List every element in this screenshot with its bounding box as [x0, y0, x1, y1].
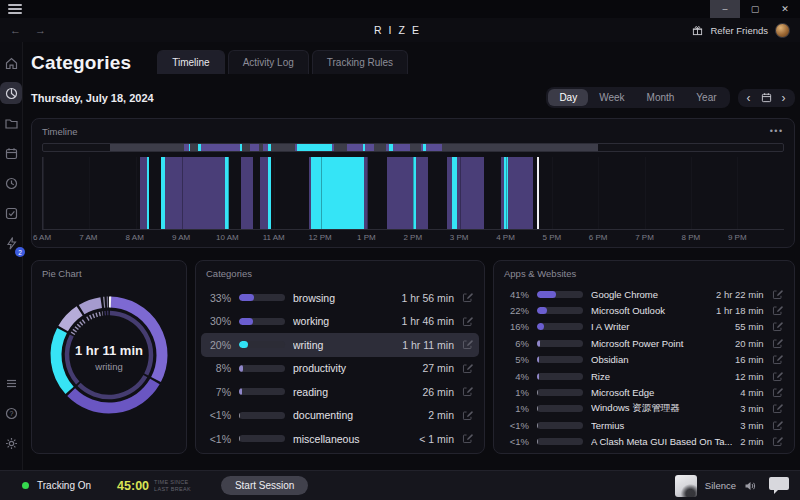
table-row-miscellaneous[interactable]: <1%miscellaneous< 1 min — [201, 427, 479, 451]
sidebar-item-home[interactable] — [0, 52, 22, 74]
table-row-microsoft-edge[interactable]: 1%Microsoft Edge4 min — [499, 384, 789, 400]
timeline-segment[interactable] — [147, 157, 149, 229]
edit-icon[interactable] — [462, 292, 473, 303]
range-option-month[interactable]: Month — [636, 89, 686, 106]
table-row-i-a-writer[interactable]: 16%I A Writer55 min — [499, 319, 789, 335]
row-duration: 1 hr 46 min — [401, 315, 454, 327]
timeline-segment[interactable] — [268, 157, 272, 229]
sidebar-item-reports[interactable] — [0, 372, 22, 394]
gridline — [274, 157, 275, 229]
tab-activity-log[interactable]: Activity Log — [228, 50, 309, 74]
chat-bubble-icon[interactable] — [768, 476, 790, 495]
table-row-windows[interactable]: 1%Windows 资源管理器3 min — [499, 401, 789, 417]
edit-icon[interactable] — [772, 289, 783, 300]
edit-icon[interactable] — [772, 338, 783, 349]
edit-icon[interactable] — [772, 321, 783, 332]
table-row-obsidian[interactable]: 5%Obsidian16 min — [499, 352, 789, 368]
edit-icon[interactable] — [462, 433, 473, 444]
avatar[interactable] — [775, 23, 790, 38]
maximize-button[interactable]: ▢ — [740, 0, 770, 18]
speaker-icon[interactable] — [744, 480, 756, 492]
table-row-writing[interactable]: 20%writing1 hr 11 min — [201, 333, 479, 357]
timeline-segment[interactable] — [140, 157, 147, 229]
sidebar-item-settings[interactable] — [0, 432, 22, 454]
edit-icon[interactable] — [462, 339, 473, 350]
edit-icon[interactable] — [772, 371, 783, 382]
gift-icon — [692, 25, 703, 36]
tab-timeline[interactable]: Timeline — [157, 50, 224, 74]
range-option-week[interactable]: Week — [588, 89, 635, 106]
start-session-button[interactable]: Start Session — [221, 476, 308, 495]
table-row-working[interactable]: 30%working1 hr 46 min — [201, 310, 479, 334]
table-row-productivity[interactable]: 8%productivity27 min — [201, 357, 479, 381]
back-button[interactable]: ← — [10, 24, 21, 36]
range-option-day[interactable]: Day — [548, 89, 588, 106]
refer-friends-link[interactable]: Refer Friends — [710, 25, 768, 36]
row-label: writing — [293, 339, 394, 351]
calendar-icon[interactable] — [761, 92, 772, 103]
edit-icon[interactable] — [462, 316, 473, 327]
timeline-segment[interactable] — [457, 157, 483, 229]
axis-tick: 2 PM — [403, 233, 422, 242]
forward-button[interactable]: → — [35, 24, 46, 36]
edit-icon[interactable] — [772, 305, 783, 316]
row-duration: 2 min — [740, 436, 763, 447]
tab-tracking-rules[interactable]: Tracking Rules — [312, 50, 408, 74]
edit-icon[interactable] — [462, 363, 473, 374]
timeline-segment[interactable] — [260, 157, 268, 229]
sidebar-item-projects[interactable] — [0, 112, 22, 134]
sidebar-item-help[interactable]: ? — [0, 402, 22, 424]
row-percent: 30% — [207, 315, 231, 327]
edit-icon[interactable] — [462, 386, 473, 397]
sidebar-item-calendar[interactable] — [0, 142, 22, 164]
axis-tick: 4 PM — [496, 233, 515, 242]
row-bar — [239, 388, 285, 395]
row-label: browsing — [293, 292, 393, 304]
table-row-reading[interactable]: 7%reading26 min — [201, 380, 479, 404]
timeline-segment[interactable] — [416, 157, 429, 229]
edit-icon[interactable] — [462, 410, 473, 421]
footer: Tracking On 45:00 TIME SINCELAST BREAK S… — [0, 470, 800, 500]
edit-icon[interactable] — [772, 436, 783, 447]
timeline-segment[interactable] — [387, 157, 412, 229]
sidebar-item-tasks[interactable] — [0, 202, 22, 224]
timeline-menu-button[interactable]: ••• — [770, 126, 784, 137]
table-row-microsoft-outlook[interactable]: 22%Microsoft Outlook1 hr 18 min — [499, 302, 789, 318]
sidebar-item-history[interactable] — [0, 172, 22, 194]
minimize-button[interactable]: – — [710, 0, 740, 18]
table-row-google-chrome[interactable]: 41%Google Chrome2 hr 22 min — [499, 286, 789, 302]
timeline-segment[interactable] — [508, 157, 534, 229]
row-percent: 8% — [207, 362, 231, 374]
next-date-button[interactable]: › — [782, 92, 786, 104]
edit-icon[interactable] — [772, 403, 783, 414]
timeline-overview[interactable] — [42, 143, 784, 152]
row-percent: 33% — [207, 292, 231, 304]
sidebar-item-categories[interactable] — [0, 82, 22, 104]
axis-tick: 3 PM — [450, 233, 469, 242]
row-duration: < 1 min — [419, 433, 454, 445]
row-bar — [537, 422, 583, 429]
table-row-a-clash-meta-gui-based-on-ta[interactable]: <1%A Clash Meta GUI Based On Ta...2 min — [499, 434, 789, 450]
appbar: ← → RIZE Refer Friends — [0, 18, 800, 42]
table-row-termius[interactable]: <1%Termius3 min — [499, 417, 789, 433]
table-row-rize[interactable]: 4%Rize12 min — [499, 368, 789, 384]
timeline-segment[interactable] — [311, 157, 364, 229]
table-row-browsing[interactable]: 33%browsing1 hr 56 min — [201, 286, 479, 310]
axis-tick: 7 PM — [635, 233, 654, 242]
gridline — [737, 157, 738, 229]
table-row-microsoft-power-point[interactable]: 6%Microsoft Power Point20 min — [499, 335, 789, 351]
menu-icon[interactable] — [8, 2, 22, 17]
range-option-year[interactable]: Year — [685, 89, 727, 106]
table-row-documenting[interactable]: <1%documenting2 min — [201, 404, 479, 428]
edit-icon[interactable] — [772, 420, 783, 431]
sidebar-item-sessions[interactable]: 2 — [0, 232, 22, 254]
edit-icon[interactable] — [772, 354, 783, 365]
axis-tick: 11 AM — [263, 233, 285, 242]
timeline-segment[interactable] — [241, 157, 254, 229]
timeline-panel-title: Timeline — [42, 126, 78, 137]
edit-icon[interactable] — [772, 387, 783, 398]
close-button[interactable]: ✕ — [770, 0, 800, 18]
timeline-segment[interactable] — [165, 157, 225, 229]
row-duration: 4 min — [740, 387, 763, 398]
prev-date-button[interactable]: ‹ — [747, 92, 751, 104]
